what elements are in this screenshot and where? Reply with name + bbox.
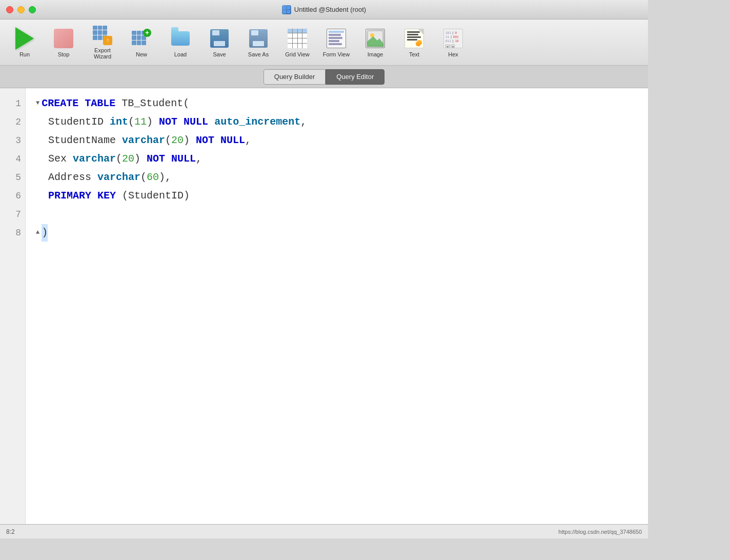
stop-button[interactable]: Stop (45, 24, 82, 62)
load-button[interactable]: Load (162, 24, 199, 62)
svg-rect-3 (287, 10, 290, 13)
code-line-7 (36, 205, 638, 224)
close-button[interactable] (6, 6, 13, 13)
maximize-button[interactable] (29, 6, 36, 13)
tab-bar: Query Builder Query Editor (0, 66, 648, 88)
save-icon (209, 28, 230, 49)
save-as-button[interactable]: Save As (240, 24, 277, 62)
svg-rect-0 (283, 6, 286, 9)
run-label: Run (19, 51, 30, 57)
grid-view-icon (287, 28, 308, 49)
form-view-icon (326, 28, 347, 49)
hex-button[interactable]: 101|0 11|001 011|10 ≡ ≡ Hex (435, 24, 472, 62)
export-wizard-icon: ↑ (92, 26, 113, 45)
line-num-4: 4 (15, 150, 21, 168)
load-label: Load (174, 51, 187, 57)
code-line-6: PRIMARY KEY (StudentID) (36, 187, 638, 205)
text-label: Text (409, 51, 419, 57)
status-url: https://blog.csdn.net/qq_3748650 (558, 529, 642, 535)
save-as-icon (248, 28, 269, 49)
app-icon (282, 5, 291, 14)
save-label: Save (213, 51, 226, 57)
export-wizard-button[interactable]: ↑ Export Wizard (84, 24, 121, 62)
form-view-label: Form View (323, 51, 350, 57)
code-line-1: ▼ CREATE TABLE TB_Student ( (36, 94, 638, 113)
tab-query-editor[interactable]: Query Editor (326, 69, 384, 85)
line-num-7: 7 (15, 205, 21, 224)
stop-icon (53, 28, 74, 49)
stop-label: Stop (58, 51, 70, 57)
image-label: Image (368, 51, 383, 57)
code-line-4: Sex varchar ( 20 ) NOT NULL , (36, 150, 638, 168)
image-icon (364, 28, 386, 49)
hex-label: Hex (448, 51, 458, 57)
text-button[interactable]: Text (396, 24, 433, 62)
window-title: Untitled @Student (root) (282, 5, 366, 14)
code-editor[interactable]: ▼ CREATE TABLE TB_Student ( StudentID in… (26, 88, 648, 524)
form-view-button[interactable]: Form View (318, 24, 355, 62)
run-icon (14, 28, 35, 49)
line-num-5: 5 (15, 168, 21, 187)
toolbar: Run Stop ↑ Export Wizard (0, 19, 648, 66)
run-button[interactable]: Run (6, 24, 43, 62)
line-numbers: 1 2 3 4 5 6 7 8 (0, 88, 26, 524)
traffic-lights (6, 6, 36, 13)
export-wizard-label: Export Wizard (86, 47, 119, 59)
line-num-8: 8 (15, 224, 21, 242)
cursor-position: 8:2 (6, 528, 15, 535)
status-bar: 8:2 https://blog.csdn.net/qq_3748650 (0, 524, 648, 538)
code-line-2: StudentID int ( 11 ) NOT NULL auto_incre… (36, 113, 638, 131)
line-num-1: 1 (15, 94, 21, 113)
new-label: New (136, 51, 147, 57)
editor-area: 1 2 3 4 5 6 7 8 ▼ CREATE TABLE TB_Studen… (0, 88, 648, 524)
hex-icon: 101|0 11|001 011|10 ≡ ≡ (442, 28, 464, 49)
title-bar: Untitled @Student (root) (0, 0, 648, 19)
tab-query-builder[interactable]: Query Builder (263, 69, 326, 85)
fold-arrow-1[interactable]: ▼ (36, 98, 39, 108)
new-icon: + (131, 28, 152, 49)
load-icon (170, 28, 191, 49)
image-button[interactable]: Image (357, 24, 394, 62)
new-button[interactable]: + New (123, 24, 160, 62)
line-num-3: 3 (15, 131, 21, 150)
code-line-8: ▲ ) (36, 224, 638, 242)
line-num-2: 2 (15, 113, 21, 131)
code-line-5: Address varchar ( 60 ), (36, 168, 638, 187)
code-line-3: StudentName varchar ( 20 ) NOT NULL , (36, 131, 638, 150)
save-button[interactable]: Save (201, 24, 238, 62)
save-as-label: Save As (248, 51, 269, 57)
text-icon (403, 28, 425, 49)
line-num-6: 6 (15, 187, 21, 205)
svg-rect-1 (287, 6, 290, 9)
grid-view-button[interactable]: Grid View (279, 24, 316, 62)
fold-arrow-8[interactable]: ▲ (36, 228, 39, 237)
title-text: Untitled @Student (root) (294, 6, 366, 13)
svg-rect-2 (283, 10, 286, 13)
grid-view-label: Grid View (285, 51, 309, 57)
minimize-button[interactable] (17, 6, 25, 13)
